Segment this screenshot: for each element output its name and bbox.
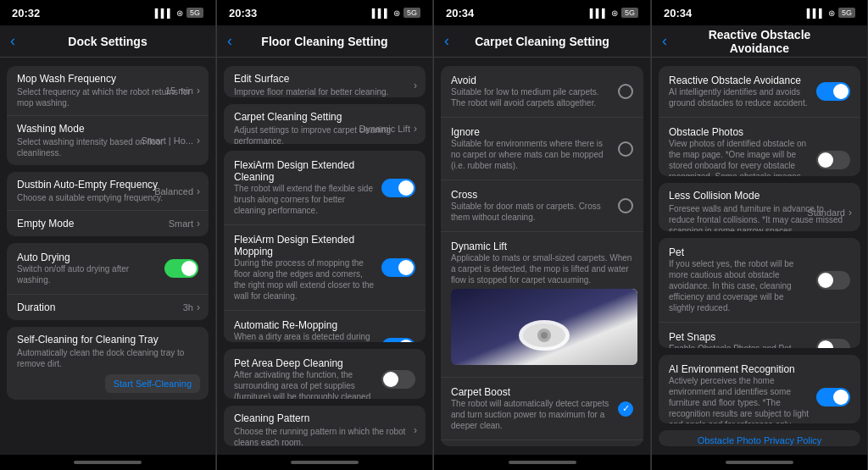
toggle-switch[interactable] [381,338,415,341]
row-control[interactable] [816,388,850,406]
setting-row[interactable]: Less Collision ModeForesee walls and fur… [659,183,860,232]
setting-row[interactable]: Cleaning PatternChoose the running patte… [224,406,426,446]
back-button[interactable]: ‹ [444,32,449,50]
setting-row[interactable]: Duration3h› [7,295,209,320]
wifi-icon: ⊛ [611,8,618,18]
screen-carpet-cleaning: 20:34 ▌▌▌ ⊛ 5G ‹Carpet Cleaning SettingA… [434,0,651,470]
setting-row[interactable]: Edit SurfaceImprove floor material for b… [224,66,426,97]
chevron-right-icon: › [197,85,200,97]
chevron-right-icon: › [414,424,417,436]
setting-row[interactable]: Carpet Cleaning SettingAdjust settings t… [224,104,426,145]
radio-button[interactable] [618,141,633,157]
home-indicator [0,455,215,470]
svg-point-4 [541,332,548,339]
status-time: 20:32 [12,7,40,19]
toggle-switch[interactable] [381,370,415,389]
content-area: Mop Wash FrequencySelect frequency at wh… [0,58,215,455]
toggle-switch[interactable] [816,339,850,348]
setting-row[interactable]: Empty ModeSmart› [7,211,209,236]
signal-icon: ▌▌▌ [372,8,390,18]
row-title: Self-Cleaning for Cleaning Tray [17,334,198,346]
nav-bar: ‹Reactive Obstacle Avoidance [652,25,867,58]
toggle-switch[interactable] [381,179,415,197]
row-title: Cross [451,189,611,201]
row-value-container: 15 min› [159,85,200,97]
radio-button[interactable] [618,84,633,99]
setting-row: Obstacle PhotosView photos of identified… [659,118,860,176]
radio-button[interactable] [618,198,633,213]
settings-card: Less Collision ModeForesee walls and fur… [659,183,860,232]
row-control[interactable] [618,198,633,213]
row-control[interactable] [381,370,415,389]
row-value-container: Dynamic Lift› [352,123,417,135]
signal-icon: ▌▌▌ [155,8,173,18]
row-control[interactable] [381,338,415,341]
setting-row[interactable]: Self-Cleaning for Cleaning TrayAutomatic… [7,327,209,400]
settings-card: PetIf you select yes, the robot will be … [659,238,860,348]
row-title: Obstacle Photos [669,126,810,138]
row-control[interactable] [618,141,633,157]
back-button[interactable]: ‹ [662,32,667,50]
nav-bar: ‹Floor Cleaning Setting [217,25,432,58]
row-title: Pet Snaps [669,331,810,343]
row-title: Reactive Obstacle Avoidance [669,75,810,86]
setting-row[interactable]: Mop Wash FrequencySelect frequency at wh… [7,66,209,116]
row-control[interactable] [381,258,415,277]
back-button[interactable]: ‹ [227,32,232,50]
setting-row: AI Environment RecognitionActively perce… [659,355,860,423]
row-control[interactable] [816,339,850,348]
toggle-switch[interactable] [381,258,415,277]
toggle-switch[interactable] [816,388,850,406]
row-control[interactable] [164,259,198,278]
row-control[interactable] [816,151,850,169]
row-control[interactable] [816,82,850,101]
chevron-right-icon: › [414,80,417,91]
policy-link[interactable]: Obstacle Photo Privacy Policy [659,430,860,446]
status-icons: ▌▌▌ ⊛ 5G [372,8,420,18]
row-title: Ignore [451,126,611,138]
row-value-container: Standard› [800,207,852,218]
row-value: Smart [169,218,193,229]
setting-row[interactable]: Dustbin Auto-Empty FrequencyChoose a sui… [7,172,209,211]
action-button[interactable]: Start Self-Cleaning [105,374,200,393]
row-desc: Enable Obstacle Photos and Pet mode firs… [669,343,810,348]
checkbox[interactable]: ✓ [618,401,633,417]
toggle-switch[interactable] [164,259,198,278]
toggle-switch[interactable] [816,151,850,169]
row-value: Balanced [154,186,193,196]
setting-row: CrossSuitable for door mats or carpets. … [441,180,643,232]
settings-card: Mop Wash FrequencySelect frequency at wh… [7,66,209,165]
carpet-image [451,289,637,365]
toggle-switch[interactable] [816,271,850,290]
nav-bar: ‹Carpet Cleaning Setting [434,25,650,58]
row-desc: After activating the function, the surro… [234,369,375,400]
row-control[interactable] [618,84,633,99]
settings-card: FlexiArm Design Extended CleaningThe rob… [224,151,426,341]
setting-row[interactable]: Washing ModeSelect washing intensity bas… [7,116,209,165]
settings-card: Cleaning PatternChoose the running patte… [224,406,426,446]
battery-icon: 5G [186,8,203,18]
row-control[interactable] [816,271,850,290]
nav-title: Floor Cleaning Setting [261,35,387,48]
screen-floor-cleaning: 20:33 ▌▌▌ ⊛ 5G ‹Floor Cleaning SettingEd… [217,0,433,470]
row-title: Carpet Cleaning Setting [234,111,415,123]
battery-icon: 5G [838,8,855,18]
row-desc: View photos of identified obstacle on th… [669,138,810,176]
nav-title: Reactive Obstacle Avoidance [683,28,836,55]
settings-card: Self-Cleaning for Cleaning TrayAutomatic… [7,327,209,400]
toggle-switch[interactable] [816,82,850,101]
screen-reactive-obstacle: 20:34 ▌▌▌ ⊛ 5G ‹Reactive Obstacle Avoida… [652,0,868,470]
row-title: Auto Drying [17,252,158,263]
back-button[interactable]: ‹ [10,32,15,50]
chevron-right-icon: › [414,123,417,135]
row-title: Cleaning Pattern [234,412,415,424]
chevron-right-icon: › [849,207,852,218]
content-area: Edit SurfaceImprove floor material for b… [217,58,432,455]
home-indicator [434,455,650,470]
screen-dock-settings: 20:32 ▌▌▌ ⊛ 5G ‹Dock SettingsMop Wash Fr… [0,0,216,470]
row-control[interactable]: ✓ [618,401,633,417]
chevron-right-icon: › [197,301,200,313]
row-value-container: 3h› [176,301,200,313]
row-control[interactable] [381,179,415,197]
settings-card: Pet Area Deep CleaningAfter activating t… [224,349,426,400]
